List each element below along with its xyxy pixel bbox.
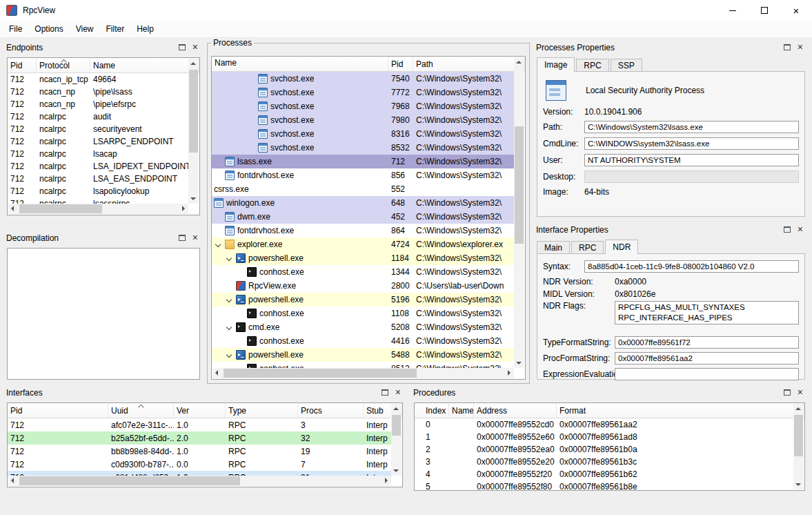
close-panel-icon[interactable]: × xyxy=(798,389,803,396)
decompilation-view[interactable] xyxy=(7,248,200,380)
float-panel-icon[interactable] xyxy=(784,44,791,50)
expand-chevron-icon[interactable] xyxy=(225,254,234,263)
endpoint-row[interactable]: 712 ncalrpc LSA_IDPEXT_ENDPOINT xyxy=(8,160,189,173)
expression-evaluation-field[interactable] xyxy=(615,368,799,380)
scrollbar-thumb[interactable] xyxy=(392,415,401,436)
endpoint-row[interactable]: 712 ncalrpc LSA_EAS_ENDPOINT xyxy=(8,173,189,185)
process-row[interactable]: conhost.exe 1108 C:\Windows\System32\ xyxy=(212,307,515,320)
tab[interactable]: RPC xyxy=(576,59,608,71)
tab[interactable]: NDR xyxy=(605,240,638,254)
processes-horizontal-scrollbar[interactable] xyxy=(212,368,514,378)
processes-vertical-scrollbar[interactable] xyxy=(514,57,524,368)
scrollbar-thumb[interactable] xyxy=(515,126,524,244)
minimize-button[interactable] xyxy=(717,0,749,21)
procedures-header-address[interactable]: Address xyxy=(474,403,557,418)
process-row[interactable]: csrss.exe 552 xyxy=(212,182,515,196)
path-field[interactable]: C:\Windows\System32\lsass.exe xyxy=(584,121,799,133)
process-row[interactable]: dwm.exe 452 C:\Windows\System32\ xyxy=(212,210,515,224)
procedure-row[interactable]: 4 0x00007ffe89552f20 0x00007ffe89561b62 xyxy=(415,468,794,480)
tab[interactable]: RPC xyxy=(571,241,604,253)
process-row[interactable]: svchost.exe 7540 C:\Windows\System32\ xyxy=(212,72,515,86)
menu-item[interactable]: File xyxy=(3,21,28,37)
process-row[interactable]: RpcView.exe 2800 C:\Users\lab-user\Down xyxy=(212,279,515,293)
menu-item[interactable]: Help xyxy=(130,21,160,37)
close-panel-icon[interactable]: × xyxy=(192,43,198,51)
scroll-down-icon[interactable] xyxy=(188,193,199,204)
process-row[interactable]: lsass.exe 712 C:\Windows\System32\ xyxy=(212,155,515,168)
expand-chevron-icon[interactable] xyxy=(225,295,234,304)
proc-format-field[interactable]: 0x00007ffe89561aa2 xyxy=(615,352,799,365)
endpoints-header-name[interactable]: Name xyxy=(90,58,199,72)
close-button[interactable]: × xyxy=(780,0,812,21)
scroll-right-icon[interactable] xyxy=(504,368,514,378)
process-row[interactable]: cmd.exe 5208 C:\Windows\System32\ xyxy=(212,320,515,334)
scroll-up-icon[interactable] xyxy=(391,404,402,414)
process-row[interactable]: svchost.exe 7772 C:\Windows\System32\ xyxy=(212,86,515,99)
scrollbar-thumb[interactable] xyxy=(189,70,198,153)
float-panel-icon[interactable] xyxy=(784,389,791,396)
process-row[interactable]: svchost.exe 7980 C:\Windows\System32\ xyxy=(212,113,515,127)
process-row[interactable]: explorer.exe 4724 C:\Windows\explorer.ex xyxy=(212,237,515,251)
ndr-flags-field[interactable]: RPCFLG_HAS_MULTI_SYNTAXESRPC_INTERFACE_H… xyxy=(615,301,799,324)
scroll-up-icon[interactable] xyxy=(793,404,804,414)
endpoints-header-pid[interactable]: Pid xyxy=(8,58,37,72)
endpoints-horizontal-scrollbar[interactable] xyxy=(8,204,188,214)
process-row[interactable]: svchost.exe 8316 C:\Windows\System32\ xyxy=(212,127,515,141)
float-panel-icon[interactable] xyxy=(179,235,186,241)
endpoint-row[interactable]: 712 ncalrpc audit xyxy=(8,110,189,123)
close-panel-icon[interactable]: × xyxy=(798,43,803,51)
close-panel-icon[interactable]: × xyxy=(192,234,198,242)
procedures-header-name[interactable]: Name xyxy=(449,403,474,418)
interfaces-header-procs[interactable]: Procs xyxy=(298,403,364,418)
menu-item[interactable]: Filter xyxy=(100,21,131,37)
process-row[interactable]: powershell.exe 1184 C:\Windows\System32\ xyxy=(212,251,515,265)
scrollbar-thumb[interactable] xyxy=(19,204,102,213)
procedure-row[interactable]: 0 0x00007ffe89552cd0 0x00007ffe89561aa2 xyxy=(415,418,794,431)
endpoints-header-protocol[interactable]: Protocol xyxy=(37,58,90,72)
type-format-field[interactable]: 0x00007ffe89561f72 xyxy=(615,336,799,349)
process-row[interactable]: fontdrvhost.exe 856 C:\Windows\System32\ xyxy=(212,168,515,182)
scroll-left-icon[interactable] xyxy=(8,204,19,214)
endpoint-row[interactable]: 712 ncalrpc LSARPC_ENDPOINT xyxy=(8,135,189,148)
close-panel-icon[interactable]: × xyxy=(395,389,401,396)
scroll-up-icon[interactable] xyxy=(188,59,199,69)
process-row[interactable]: winlogon.exe 648 C:\Windows\System32\ xyxy=(212,196,515,210)
interfaces-vertical-scrollbar[interactable] xyxy=(391,404,402,476)
interfaces-header-pid[interactable]: Pid xyxy=(8,403,108,418)
procedures-vertical-scrollbar[interactable] xyxy=(793,404,804,489)
process-row[interactable]: svchost.exe 7968 C:\Windows\System32\ xyxy=(212,99,515,113)
process-row[interactable]: conhost.exe 1344 C:\Windows\System32\ xyxy=(212,265,515,279)
process-row[interactable]: svchost.exe 8532 C:\Windows\System32\ xyxy=(212,141,515,155)
float-panel-icon[interactable] xyxy=(382,389,388,396)
syntax-field[interactable]: 8a885d04-1ceb-11c9-9fe8-08002b104860 V2.… xyxy=(584,260,799,273)
user-field[interactable]: NT AUTHORITY\SYSTEM xyxy=(584,154,799,166)
expand-chevron-icon[interactable] xyxy=(225,323,234,332)
interfaces-header-type[interactable]: Type xyxy=(226,403,298,418)
process-row[interactable]: powershell.exe 5196 C:\Windows\System32\ xyxy=(212,293,515,307)
endpoint-row[interactable]: 712 ncalrpc lsapolicylookup xyxy=(8,185,189,197)
endpoint-row[interactable]: 712 ncalrpc securityevent xyxy=(8,123,189,135)
interfaces-header-uuid[interactable]: Uuid xyxy=(108,403,174,418)
expand-chevron-icon[interactable] xyxy=(214,240,223,249)
menu-item[interactable]: Options xyxy=(28,21,69,37)
process-row[interactable]: conhost.exe 4416 C:\Windows\System32\ xyxy=(212,334,515,348)
scroll-right-icon[interactable] xyxy=(178,204,188,214)
maximize-button[interactable] xyxy=(749,0,780,21)
procedure-row[interactable]: 5 0x00007ffe89552f80 0x00007ffe89561b8e xyxy=(415,480,794,490)
scroll-down-icon[interactable] xyxy=(514,358,524,368)
menu-item[interactable]: View xyxy=(70,21,100,37)
scroll-down-icon[interactable] xyxy=(391,465,402,476)
endpoint-row[interactable]: 712 ncacn_ip_tcp 49664 xyxy=(8,73,189,86)
tab[interactable]: SSP xyxy=(611,59,642,71)
scroll-left-icon[interactable] xyxy=(212,368,223,378)
interfaces-horizontal-scrollbar[interactable] xyxy=(8,476,391,486)
process-row[interactable]: fontdrvhost.exe 864 C:\Windows\System32\ xyxy=(212,224,515,237)
scrollbar-thumb[interactable] xyxy=(794,415,803,456)
interface-row[interactable]: 712 bb8b98e8-84dd-... 1.0 RPC 19 Interp xyxy=(8,445,392,458)
interface-row[interactable]: 712 b25a52bf-e5dd-... 2.0 RPC 32 Interp xyxy=(8,431,392,445)
procedure-row[interactable]: 2 0x00007ffe89552ea0 0x00007ffe89561b0a xyxy=(415,443,794,456)
close-panel-icon[interactable]: × xyxy=(798,226,803,233)
interfaces-header-ver[interactable]: Ver xyxy=(174,403,226,418)
tab[interactable]: Image xyxy=(537,57,575,72)
processes-header-name[interactable]: Name xyxy=(212,57,388,71)
